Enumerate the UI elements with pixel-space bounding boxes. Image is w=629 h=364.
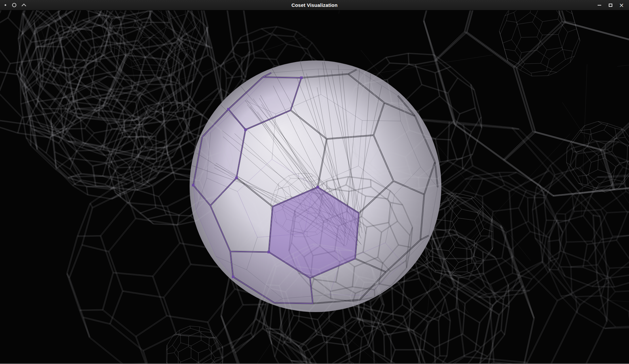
window-title: Coset Visualization	[0, 2, 629, 8]
titlebar[interactable]: Coset Visualization ×	[0, 0, 629, 10]
maximize-button[interactable]	[605, 0, 616, 10]
caret-up-icon[interactable]	[22, 3, 26, 8]
record-circle-icon[interactable]	[12, 3, 16, 7]
close-button[interactable]: ×	[616, 0, 627, 10]
titlebar-left-controls	[5, 3, 26, 8]
viz-canvas[interactable]	[0, 10, 629, 363]
minimize-button[interactable]	[594, 0, 605, 10]
minimize-icon	[598, 5, 601, 6]
window-controls: ×	[594, 0, 627, 10]
app-dot-icon[interactable]	[5, 4, 6, 6]
close-icon: ×	[619, 2, 624, 8]
app-window: Coset Visualization ×	[0, 0, 629, 364]
maximize-icon	[609, 4, 612, 7]
viewport	[0, 10, 629, 363]
